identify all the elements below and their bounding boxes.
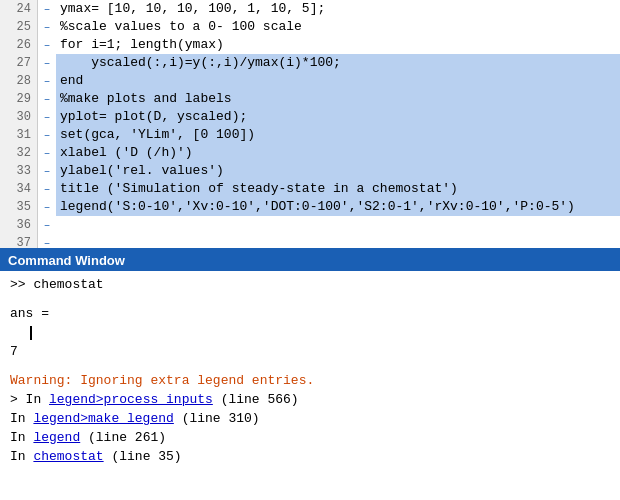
line-content: legend('S:0-10','Xv:0-10','DOT:0-100','S…	[56, 198, 620, 216]
line-content: xlabel ('D (/h)')	[56, 144, 620, 162]
line-content: yscaled(:,i)=y(:,i)/ymax(i)*100;	[56, 54, 620, 72]
cmd-ans-value: 7	[10, 342, 610, 361]
line-content: ymax= [10, 10, 10, 100, 1, 10, 5];	[56, 0, 620, 18]
cmd-trace-line: In legend>make_legend (line 310)	[10, 409, 610, 428]
line-gutter: –	[38, 216, 56, 234]
line-number: 26	[0, 36, 38, 54]
command-content[interactable]: >> chemostat ans = 7 Warning: Ignoring e…	[0, 271, 620, 500]
code-line: 27– yscaled(:,i)=y(:,i)/ymax(i)*100;	[0, 54, 620, 72]
cmd-trace-detail: (line 566)	[213, 392, 299, 407]
cmd-trace-link[interactable]: legend	[33, 430, 80, 445]
cmd-trace-link[interactable]: legend>make_legend	[33, 411, 173, 426]
line-number: 29	[0, 90, 38, 108]
code-line: 31–set(gca, 'YLim', [0 100])	[0, 126, 620, 144]
line-gutter: –	[38, 18, 56, 36]
command-window-header: Command Window	[0, 250, 620, 271]
cmd-trace-line: In legend (line 261)	[10, 428, 610, 447]
code-line: 32–xlabel ('D (/h)')	[0, 144, 620, 162]
line-gutter: –	[38, 108, 56, 126]
line-content: ylabel('rel. values')	[56, 162, 620, 180]
cmd-trace-link[interactable]: chemostat	[33, 449, 103, 464]
line-gutter: –	[38, 180, 56, 198]
line-gutter: –	[38, 90, 56, 108]
code-line: 30–yplot= plot(D, yscaled);	[0, 108, 620, 126]
line-gutter: –	[38, 198, 56, 216]
line-content	[56, 234, 620, 250]
line-content: title ('Simulation of steady-state in a …	[56, 180, 620, 198]
line-number: 30	[0, 108, 38, 126]
cmd-in-prefix: In	[10, 449, 33, 464]
cmd-ans-label: ans =	[10, 304, 610, 323]
cmd-trace-detail: (line 261)	[80, 430, 166, 445]
code-line: 36–	[0, 216, 620, 234]
command-window: Command Window >> chemostat ans = 7 Warn…	[0, 250, 620, 500]
code-line: 33–ylabel('rel. values')	[0, 162, 620, 180]
line-gutter: –	[38, 144, 56, 162]
line-gutter: –	[38, 72, 56, 90]
cmd-trace: > In legend>process_inputs (line 566) In…	[10, 390, 610, 466]
line-gutter: –	[38, 126, 56, 144]
cmd-cursor-line	[10, 323, 610, 342]
line-number: 31	[0, 126, 38, 144]
cmd-in-prefix: In	[10, 430, 33, 445]
line-gutter: –	[38, 54, 56, 72]
line-number: 35	[0, 198, 38, 216]
cmd-trace-detail: (line 310)	[174, 411, 260, 426]
line-gutter: –	[38, 0, 56, 18]
line-content: set(gca, 'YLim', [0 100])	[56, 126, 620, 144]
cmd-trace-link[interactable]: legend>process_inputs	[49, 392, 213, 407]
line-content: end	[56, 72, 620, 90]
line-content: yplot= plot(D, yscaled);	[56, 108, 620, 126]
line-number: 32	[0, 144, 38, 162]
code-line: 26–for i=1; length(ymax)	[0, 36, 620, 54]
line-number: 24	[0, 0, 38, 18]
code-line: 29–%make plots and labels	[0, 90, 620, 108]
cmd-prompt-line: >> chemostat	[10, 275, 610, 294]
cmd-prompt-symbol: >>	[10, 277, 26, 292]
cmd-in-prefix: In	[10, 411, 33, 426]
cmd-warning-text: Warning: Ignoring extra legend entries.	[10, 371, 610, 390]
line-number: 28	[0, 72, 38, 90]
line-number: 27	[0, 54, 38, 72]
line-content: for i=1; length(ymax)	[56, 36, 620, 54]
cmd-command-text: chemostat	[26, 277, 104, 292]
code-line: 28–end	[0, 72, 620, 90]
code-line: 37–	[0, 234, 620, 250]
code-line: 35–legend('S:0-10','Xv:0-10','DOT:0-100'…	[0, 198, 620, 216]
cmd-trace-detail: (line 35)	[104, 449, 182, 464]
code-editor: 24–ymax= [10, 10, 10, 100, 1, 10, 5];25–…	[0, 0, 620, 250]
line-number: 25	[0, 18, 38, 36]
code-line: 24–ymax= [10, 10, 10, 100, 1, 10, 5];	[0, 0, 620, 18]
line-number: 34	[0, 180, 38, 198]
cmd-spacer-2	[10, 361, 610, 371]
code-line: 34–title ('Simulation of steady-state in…	[0, 180, 620, 198]
line-content: %make plots and labels	[56, 90, 620, 108]
line-gutter: –	[38, 162, 56, 180]
line-number: 33	[0, 162, 38, 180]
line-number: 36	[0, 216, 38, 234]
line-content: %scale values to a 0- 100 scale	[56, 18, 620, 36]
cmd-trace-line: In chemostat (line 35)	[10, 447, 610, 466]
line-gutter: –	[38, 36, 56, 54]
line-content	[56, 216, 620, 234]
line-gutter: –	[38, 234, 56, 250]
cursor	[30, 326, 32, 340]
cmd-in-prefix: > In	[10, 392, 49, 407]
line-number: 37	[0, 234, 38, 250]
cmd-trace-line: > In legend>process_inputs (line 566)	[10, 390, 610, 409]
code-line: 25–%scale values to a 0- 100 scale	[0, 18, 620, 36]
cmd-spacer-1	[10, 294, 610, 304]
